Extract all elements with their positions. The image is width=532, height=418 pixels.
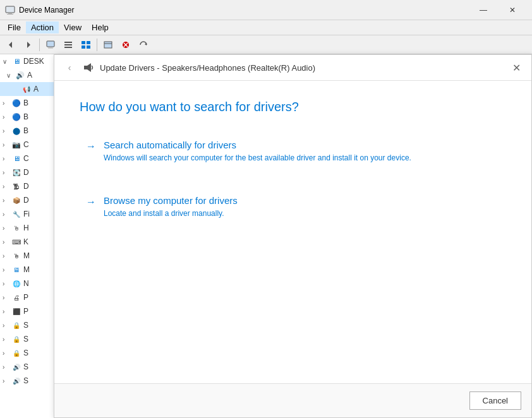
svg-rect-0	[6, 6, 15, 13]
tree-item-s5[interactable]: › 🔊 S	[0, 374, 56, 388]
menu-file[interactable]: File	[3, 21, 26, 33]
expand-icon: ›	[3, 155, 11, 162]
svg-rect-15	[104, 42, 112, 48]
svg-rect-14	[87, 45, 90, 49]
svg-marker-3	[9, 42, 12, 48]
bluetooth-icon: 🔵	[11, 98, 21, 108]
auto-arrow-icon: →	[86, 141, 96, 152]
expand-icon: ∨	[3, 58, 11, 65]
cancel-button[interactable]: Cancel	[469, 391, 521, 410]
expand-icon: ∨	[6, 72, 15, 79]
tree-item-d3[interactable]: › 📦 D	[0, 193, 56, 207]
display-icon: 🖥	[11, 153, 21, 164]
expand-icon: ›	[3, 211, 11, 218]
dialog-title-text: Update Drivers - Speakers/Headphones (Re…	[100, 63, 315, 73]
menu-view[interactable]: View	[59, 21, 87, 33]
auto-search-content: Search automatically for drivers Windows…	[104, 140, 411, 164]
toolbar-refresh[interactable]	[135, 37, 152, 52]
tree-item-p1[interactable]: › 🖨 P	[0, 290, 56, 304]
tree-item-b2[interactable]: › 🔵 B	[0, 110, 56, 124]
manual-search-option[interactable]: → Browse my computer for drivers Locate …	[80, 189, 506, 225]
dialog-back-button[interactable]: ‹	[62, 60, 77, 75]
svg-rect-11	[82, 41, 85, 44]
expand-icon: ›	[3, 141, 11, 148]
toolbar-back[interactable]	[3, 37, 19, 52]
keyboard-icon: ⌨	[11, 237, 21, 247]
expand-icon: ›	[3, 322, 11, 329]
tree-item-k[interactable]: › ⌨ K	[0, 235, 56, 249]
expand-icon: ›	[3, 336, 11, 343]
toolbar-computers[interactable]	[42, 37, 59, 52]
tree-item-m1[interactable]: › 🖱 M	[0, 249, 56, 263]
main-area: ∨ 🖥 DESK ∨ 🔊 A 📢 A › 🔵 B › 🔵 B › ⬤	[0, 54, 532, 418]
computer-icon: 🖥	[11, 56, 21, 66]
tree-item-c2[interactable]: › 🖥 C	[0, 152, 56, 165]
tree-item-fi[interactable]: › 🔧 Fi	[0, 207, 56, 221]
sound-icon: 🔊	[11, 362, 21, 372]
dialog-heading: How do you want to search for drivers?	[80, 100, 506, 114]
software-icon: 🔒	[11, 348, 21, 358]
bio-icon: ⬤	[11, 126, 21, 136]
printer-icon: 🖨	[11, 292, 21, 302]
svg-rect-12	[87, 41, 90, 44]
battery-icon: 🔵	[11, 112, 21, 122]
network-icon: 🌐	[11, 278, 21, 289]
menu-action[interactable]: Action	[26, 21, 59, 33]
tree-item-d2[interactable]: › 🗜 D	[0, 179, 56, 193]
tree-item-p2[interactable]: › ⬛ P	[0, 304, 56, 318]
camera-icon: 📷	[11, 140, 21, 150]
tree-item-d1[interactable]: › 💽 D	[0, 165, 56, 179]
toolbar-settings[interactable]	[100, 37, 116, 52]
expand-icon: ›	[3, 128, 11, 134]
tree-item-c1[interactable]: › 📷 C	[0, 138, 56, 152]
expand-icon: ›	[3, 183, 11, 190]
expand-icon: ›	[3, 266, 11, 273]
expand-icon: ›	[3, 364, 11, 371]
expand-icon: ›	[3, 350, 11, 357]
svg-rect-9	[64, 44, 72, 45]
processor-icon: ⬛	[11, 306, 21, 316]
tree-item-n[interactable]: › 🌐 N	[0, 277, 56, 290]
svg-rect-7	[48, 47, 53, 48]
auto-search-option[interactable]: → Search automatically for drivers Windo…	[80, 133, 506, 170]
svg-rect-2	[7, 14, 13, 15]
app-icon	[5, 5, 15, 15]
drive-icon: 🗜	[11, 181, 21, 191]
tree-item-s3[interactable]: › 🔒 S	[0, 346, 56, 360]
manual-arrow-icon: →	[86, 196, 96, 208]
tree-root-label: DESK	[23, 57, 44, 66]
menu-bar: File Action View Help	[0, 20, 532, 35]
svg-marker-20	[145, 43, 147, 45]
tree-root[interactable]: ∨ 🖥 DESK	[0, 54, 56, 68]
menu-help[interactable]: Help	[87, 21, 114, 33]
toolbar-cancel[interactable]	[118, 37, 134, 52]
sensors-icon: 🔒	[11, 334, 21, 344]
dialog-close-button[interactable]: ✕	[509, 60, 524, 75]
window-controls: — ✕	[469, 0, 527, 20]
toolbar-icon-view[interactable]	[78, 37, 94, 52]
tree-item-s1[interactable]: › 🔒 S	[0, 318, 56, 332]
expand-icon: ›	[3, 308, 11, 315]
monitor-icon: 🖥	[11, 265, 21, 275]
svg-rect-1	[8, 13, 12, 14]
toolbar-list[interactable]	[60, 37, 76, 52]
toolbar-sep-2	[97, 39, 97, 51]
svg-rect-10	[64, 47, 72, 48]
tree-audio-parent[interactable]: ∨ 🔊 A	[0, 68, 56, 82]
tree-item-b3[interactable]: › ⬤ B	[0, 124, 56, 138]
tree-item-s4[interactable]: › 🔊 S	[0, 360, 56, 374]
dvd-icon: 📦	[11, 195, 21, 205]
tree-item-m2[interactable]: › 🖥 M	[0, 263, 56, 277]
toolbar-forward[interactable]	[20, 37, 37, 52]
tree-item-s2[interactable]: › 🔒 S	[0, 332, 56, 346]
expand-icon: ›	[3, 239, 11, 246]
close-button[interactable]: ✕	[498, 0, 527, 20]
minimize-button[interactable]: —	[469, 0, 498, 20]
auto-search-title: Search automatically for drivers	[104, 140, 411, 150]
storage-icon: 🔊	[11, 376, 21, 386]
update-drivers-dialog: ‹ Update Drivers - Speakers/Headphones (…	[54, 54, 532, 418]
toolbar-sep-1	[39, 39, 40, 51]
tree-item-h[interactable]: › 🖱 H	[0, 221, 56, 235]
tree-audio-device[interactable]: 📢 A	[0, 82, 56, 96]
tree-item-b1[interactable]: › 🔵 B	[0, 96, 56, 110]
